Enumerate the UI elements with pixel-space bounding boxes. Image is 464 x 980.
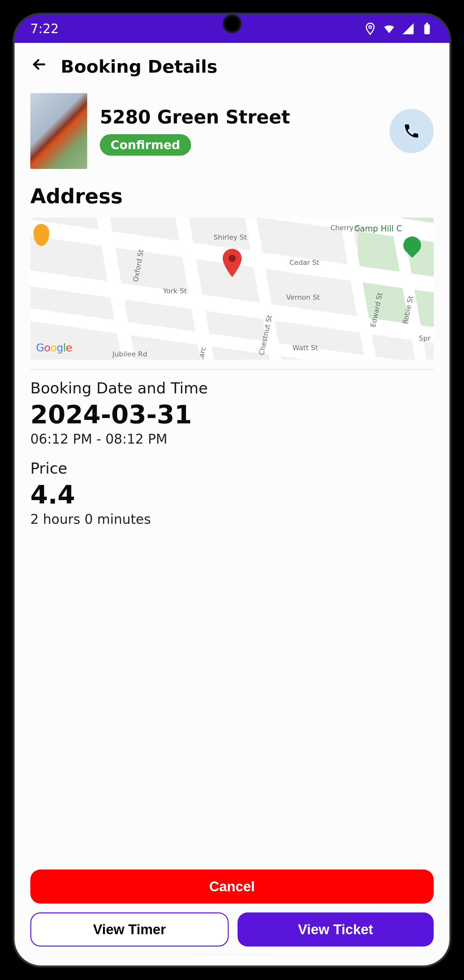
camera-notch	[223, 14, 242, 33]
booking-date: 2024-03-31	[30, 400, 434, 430]
status-badge: Confirmed	[100, 134, 191, 156]
battery-icon	[420, 22, 434, 35]
status-time: 7:22	[30, 21, 59, 36]
street-label: Watt St	[292, 344, 318, 352]
booking-info: 5280 Green Street Confirmed	[100, 107, 290, 156]
call-button[interactable]	[389, 109, 434, 153]
view-ticket-button[interactable]: View Ticket	[238, 912, 434, 947]
status-icons	[364, 22, 434, 35]
street-label: Shirley St	[214, 233, 247, 241]
svg-rect-2	[426, 23, 428, 24]
location-icon	[364, 22, 377, 35]
street-label: Cedar St	[289, 259, 319, 266]
google-logo: Google	[36, 341, 72, 354]
home-indicator[interactable]	[188, 957, 276, 959]
booking-thumbnail	[30, 93, 87, 169]
map-background: Oxford St Shirley St Cedar St Cherry S Y…	[30, 218, 434, 360]
button-row: View Timer View Ticket	[30, 912, 434, 947]
wifi-icon	[383, 22, 396, 35]
booking-title: 5280 Green Street	[100, 107, 290, 128]
datetime-label: Booking Date and Time	[30, 379, 434, 397]
street-label: Vernon St	[286, 293, 320, 301]
phone-icon	[403, 122, 420, 140]
restaurant-pin-icon	[33, 224, 49, 246]
price-label: Price	[30, 460, 434, 477]
app-screen: Booking Details 5280 Green Street Confir…	[14, 43, 450, 966]
phone-frame: 7:22 Booking Details 5280 Green Street C…	[0, 0, 464, 980]
signal-icon	[402, 22, 415, 35]
svg-point-3	[228, 255, 236, 262]
price-value: 4.4	[30, 480, 434, 509]
booking-header: 5280 Green Street Confirmed	[14, 87, 450, 181]
back-button[interactable]	[30, 56, 48, 77]
park-label: Camp Hill C	[354, 224, 402, 233]
duration-value: 2 hours 0 minutes	[30, 511, 434, 527]
app-header: Booking Details	[14, 43, 450, 87]
map-marker-icon	[222, 249, 242, 277]
map-view[interactable]: Oxford St Shirley St Cedar St Cherry S Y…	[30, 218, 434, 360]
booking-time-range: 06:12 PM - 08:12 PM	[30, 431, 434, 447]
page-title: Booking Details	[61, 56, 217, 77]
street-label: Jubilee Rd	[112, 350, 147, 358]
phone-screen-container: 7:22 Booking Details 5280 Green Street C…	[13, 13, 451, 967]
street-label: Spr	[419, 334, 431, 342]
cancel-button[interactable]: Cancel	[30, 870, 434, 904]
street-label: York St	[163, 287, 187, 295]
view-timer-button[interactable]: View Timer	[30, 912, 229, 947]
arrow-left-icon	[30, 56, 48, 73]
svg-point-0	[369, 25, 372, 29]
svg-rect-1	[424, 24, 430, 34]
street-label: Oxford St	[132, 249, 145, 283]
bottom-actions: Cancel View Timer View Ticket	[30, 870, 434, 947]
divider	[30, 369, 434, 370]
address-section-title: Address	[30, 185, 434, 208]
content-area: Address Oxf	[14, 181, 450, 966]
